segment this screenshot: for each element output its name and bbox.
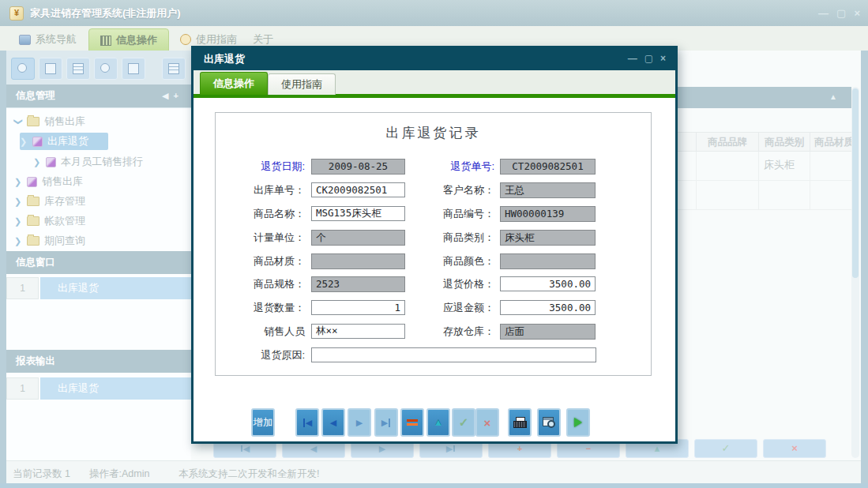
product-name-label: 商品名称： bbox=[230, 207, 305, 221]
customer-name-field: 王总 bbox=[500, 182, 596, 198]
record-form-panel: 出库退货记录 退货日期: 2009-08-25 退货单号: CT20090825… bbox=[215, 112, 652, 376]
tab-system-nav[interactable]: 系统导航 bbox=[8, 28, 88, 51]
tab-info-operation[interactable]: 信息操作 bbox=[88, 28, 169, 52]
info-manage-header[interactable]: 信息管理 ◀+ bbox=[6, 84, 191, 107]
table-header-category[interactable]: 商品类别 bbox=[758, 132, 810, 152]
info-window-item[interactable]: 出库退货 bbox=[40, 277, 191, 299]
confirm-button[interactable]: ✓ bbox=[452, 408, 475, 437]
chevron-right-icon: ❯ bbox=[14, 236, 22, 246]
folder-icon bbox=[27, 197, 39, 206]
new-document-icon bbox=[168, 63, 179, 74]
next-record-button[interactable]: ▶ bbox=[348, 408, 371, 437]
vertical-scrollbar[interactable] bbox=[851, 87, 859, 458]
bg-cancel-button[interactable]: × bbox=[763, 439, 826, 458]
prev-record-button[interactable]: ◀ bbox=[321, 408, 345, 437]
table-cell-category: 床头柜 bbox=[758, 152, 810, 181]
dialog-tab-user-guide[interactable]: 使用指南 bbox=[268, 73, 336, 95]
window-bottom-edge bbox=[0, 483, 868, 488]
table-cell bbox=[696, 152, 758, 181]
print-button[interactable] bbox=[508, 408, 532, 437]
grid-icon bbox=[100, 36, 111, 46]
collapse-up-icon[interactable]: ▲ bbox=[829, 92, 837, 101]
scrollbar-thumb[interactable] bbox=[852, 88, 859, 278]
return-price-input[interactable] bbox=[500, 276, 596, 291]
dialog-titlebar: 出库退货 — ▢ × bbox=[194, 48, 675, 70]
edit-triangle-icon: ▲ bbox=[434, 417, 443, 428]
outbound-return-dialog: 出库退货 — ▢ × 信息操作 使用指南 出库退货记录 退货日期: 2009-0… bbox=[191, 46, 678, 444]
report-output-header[interactable]: 报表输出 bbox=[6, 350, 191, 373]
collapse-left-icon[interactable]: ◀ bbox=[162, 91, 173, 100]
window-preview-button[interactable] bbox=[122, 58, 145, 80]
customer-name-label: 客户名称： bbox=[419, 183, 494, 197]
dialog-close-icon[interactable]: × bbox=[660, 53, 666, 64]
app-icon: ¥ bbox=[9, 6, 24, 21]
return-order-no-label: 退货单号: bbox=[419, 160, 494, 174]
info-window-pane: 1 出库退货 bbox=[6, 274, 191, 350]
delete-record-button[interactable] bbox=[400, 408, 424, 437]
dialog-maximize-icon[interactable]: ▢ bbox=[644, 53, 653, 64]
category-field: 床头柜 bbox=[500, 230, 596, 246]
refund-amount-input[interactable] bbox=[500, 300, 596, 315]
run-button[interactable] bbox=[566, 408, 590, 437]
warehouse-label: 存放仓库： bbox=[419, 325, 494, 339]
material-label: 商品材质： bbox=[230, 254, 305, 268]
outbound-no-label: 出库单号： bbox=[230, 183, 305, 197]
search-document-button[interactable] bbox=[11, 58, 35, 80]
new-document-button[interactable] bbox=[162, 58, 186, 80]
plus-icon[interactable]: + bbox=[174, 91, 183, 100]
outbound-no-input[interactable] bbox=[311, 182, 405, 197]
return-qty-input[interactable] bbox=[311, 300, 405, 315]
document-button[interactable] bbox=[66, 58, 90, 80]
table-header-material[interactable]: 商品材质 bbox=[810, 132, 858, 152]
salesperson-input[interactable] bbox=[311, 324, 405, 339]
wand-icon bbox=[46, 157, 56, 167]
return-date-label: 退货日期: bbox=[230, 160, 305, 174]
material-field bbox=[311, 253, 405, 269]
tree-item-sales-outbound[interactable]: ❯ 销售出库 bbox=[14, 113, 188, 130]
list-item-number: 1 bbox=[6, 377, 39, 400]
product-code-label: 商品编号： bbox=[419, 207, 494, 221]
add-button[interactable]: 增加 bbox=[251, 408, 275, 437]
dialog-minimize-icon[interactable]: — bbox=[628, 53, 637, 64]
table-header-brand[interactable]: 商品品牌 bbox=[696, 132, 758, 152]
window-titlebar: ¥ 家具进销存管理系统(非注册用户) — ▢ × bbox=[0, 0, 868, 26]
chevron-right-icon: ❯ bbox=[14, 177, 22, 187]
info-window-header[interactable]: 信息窗口 bbox=[6, 251, 191, 274]
bg-confirm-button[interactable]: ✓ bbox=[694, 439, 757, 458]
dialog-title: 出库退货 bbox=[204, 52, 245, 66]
product-name-input[interactable] bbox=[311, 206, 405, 221]
cancel-button[interactable]: × bbox=[475, 408, 499, 437]
list-item-number: 1 bbox=[6, 277, 39, 299]
wand-icon bbox=[32, 137, 43, 147]
delete-bars-icon bbox=[407, 419, 418, 426]
tree-item-period-query[interactable]: ❯ 期间查询 bbox=[14, 232, 188, 250]
application-window: ¥ 家具进销存管理系统(非注册用户) — ▢ × 系统导航 信息操作 使用指南 … bbox=[0, 0, 868, 488]
window-minimize-icon[interactable]: — bbox=[818, 7, 829, 19]
tree-item-accounts[interactable]: ❯ 帐款管理 bbox=[14, 212, 188, 230]
data-window-button[interactable] bbox=[39, 58, 62, 80]
tree-item-outbound-return[interactable]: ❯ 出库退货 bbox=[20, 133, 108, 150]
color-field bbox=[500, 253, 596, 269]
last-record-button[interactable]: ▶ bbox=[374, 408, 398, 437]
report-output-item[interactable]: 出库退货 bbox=[40, 377, 191, 400]
table-cell bbox=[810, 152, 858, 181]
tree-item-monthly-ranking[interactable]: ❯ 本月员工销售排行 bbox=[33, 153, 191, 171]
dialog-tab-info-operation[interactable]: 信息操作 bbox=[200, 72, 268, 95]
salesperson-label: 销售人员 bbox=[230, 325, 305, 339]
table-cell bbox=[810, 181, 858, 210]
tree-item-sales-outbound-2[interactable]: ❯ 销售出库 bbox=[14, 173, 188, 190]
tree-item-inventory[interactable]: ❯ 库存管理 bbox=[14, 193, 188, 210]
system-note-label: 本系统支持二次开发和全新开发! bbox=[178, 467, 319, 481]
window-restore-icon[interactable]: ▢ bbox=[836, 7, 846, 19]
warehouse-field: 店面 bbox=[500, 324, 596, 340]
edit-record-button[interactable]: ▲ bbox=[426, 408, 450, 437]
chevron-down-icon: ❯ bbox=[13, 118, 24, 126]
user-report-button[interactable] bbox=[94, 58, 118, 80]
window-preview-icon bbox=[128, 63, 139, 74]
return-reason-input[interactable] bbox=[311, 347, 596, 362]
dialog-body: 出库退货记录 退货日期: 2009-08-25 退货单号: CT20090825… bbox=[194, 98, 675, 441]
unit-field: 个 bbox=[311, 230, 405, 246]
window-close-icon[interactable]: × bbox=[854, 7, 860, 19]
print-preview-button[interactable] bbox=[537, 408, 561, 437]
first-record-button[interactable]: ◀ bbox=[295, 408, 319, 437]
